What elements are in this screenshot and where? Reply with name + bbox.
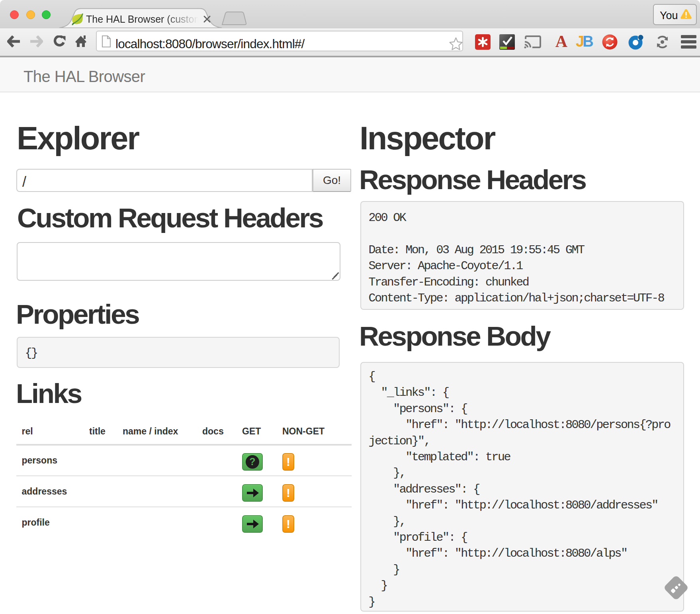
svg-text:?: ? [249,456,255,467]
